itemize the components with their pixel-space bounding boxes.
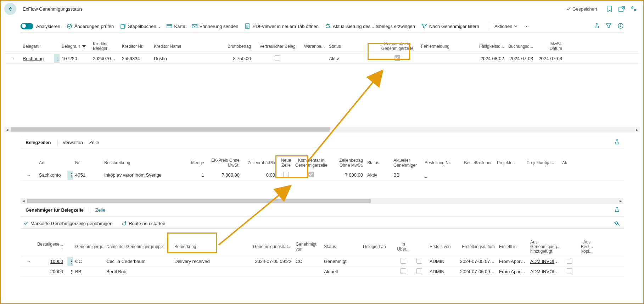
collapse-button[interactable]	[630, 5, 637, 12]
col-in-ueber[interactable]: In Über...	[396, 242, 411, 251]
col-menge[interactable]: Menge	[183, 161, 206, 165]
cell-kreditor-nr[interactable]: 2559334	[122, 56, 140, 61]
force-refresh-button[interactable]: Aktualisierung des ...fsbelegs erzwingen	[325, 23, 415, 29]
col-bestellung[interactable]: Bestellung Nr.	[422, 161, 458, 165]
col-belegart[interactable]: Belegart ↑	[21, 44, 52, 49]
row-actions-button[interactable]: ⋮	[67, 171, 73, 180]
cell-in-ueber-checkbox[interactable]	[401, 258, 406, 264]
cell-kommentar-checkbox[interactable]	[394, 55, 400, 61]
analyze-toggle[interactable]: Analysieren	[21, 23, 60, 29]
col-status[interactable]: Status	[327, 44, 376, 49]
restart-route-button[interactable]: Route neu starten	[122, 221, 165, 226]
send-reminder-button[interactable]: Erinnerung senden	[192, 23, 239, 29]
personalize-button[interactable]	[614, 221, 620, 228]
tab-zeile[interactable]: Zeile	[89, 140, 99, 145]
col-status[interactable]: Status	[365, 161, 391, 165]
grid-row[interactable]: → Sachkonto ⋮ 4051 Inköp av varor inom S…	[21, 170, 623, 180]
col-faellig[interactable]: Fälligkeitsd...	[478, 44, 506, 49]
cell-checkbox[interactable]	[567, 268, 572, 274]
col-aus-gen[interactable]: Aus Genehmigung... hinzugefügt	[528, 240, 564, 254]
grid-row[interactable]: 20000 ⋮ BB Bertil Boo Aktuell ADMIN 2024…	[21, 266, 623, 277]
col-bemerkung[interactable]: Bemerkung	[172, 245, 228, 249]
cell-nr[interactable]: 4051	[75, 172, 85, 178]
cell-gene[interactable]: 10000	[50, 259, 63, 264]
more-menu[interactable]: ⋯	[524, 24, 529, 29]
cell-checkbox[interactable]	[567, 258, 572, 264]
back-button[interactable]	[4, 3, 16, 15]
col-erstellt-in[interactable]: Erstellt in	[497, 245, 528, 249]
col-ek[interactable]: EK-Preis Ohne MwSt.	[206, 158, 242, 167]
col-belegnr[interactable]: Belegnr. ↑	[60, 44, 91, 49]
col-zeilenbetrag[interactable]: Zeilenbetrag Ohne MwSt.	[327, 158, 365, 167]
info-button[interactable]	[618, 23, 623, 29]
col-brutto[interactable]: Bruttobetrag	[218, 44, 253, 49]
col-erstellungsdat[interactable]: Erstellungsdatum	[458, 245, 497, 249]
lines-horizontal-scroll[interactable]: ◂ ▸	[21, 198, 623, 204]
row-actions-button[interactable]: ⋮	[54, 54, 60, 63]
col-gruppenname[interactable]: Name der Genehmigergruppe	[104, 245, 172, 249]
actions-menu[interactable]: Aktionen	[494, 24, 518, 29]
check-changes-button[interactable]: Änderungen prüfen	[67, 23, 114, 29]
col-gendat[interactable]: Genehmigungsdat...	[228, 245, 293, 249]
col-rabatt[interactable]: Zeilenrabatt %	[242, 161, 277, 165]
filter-pane-button[interactable]	[606, 23, 611, 29]
col-gruppe[interactable]: Genehmigergr...	[73, 245, 104, 249]
cell-belegart[interactable]: Rechnung	[23, 56, 44, 61]
col-art[interactable]: Art	[37, 161, 65, 165]
col-kreditor-belegnr[interactable]: Kreditor Belegnr.	[91, 42, 120, 51]
cell-gruppe[interactable]: CC	[75, 259, 82, 264]
col-status[interactable]: Status	[322, 245, 361, 249]
filter-approver-button[interactable]: Nach Genehmiger filtern	[421, 23, 479, 29]
share-page-button[interactable]	[594, 23, 600, 29]
bookmark-button[interactable]	[606, 5, 613, 12]
col-ak[interactable]: Ak	[560, 161, 574, 165]
row-actions-button[interactable]: ⋮	[67, 267, 73, 276]
tab-zeile[interactable]: Zeile	[95, 207, 105, 213]
col-neue-zeile[interactable]: Neue Zeile	[277, 158, 295, 167]
detach-button[interactable]	[618, 5, 625, 12]
section-share-button[interactable]	[614, 139, 620, 146]
main-horizontal-scroll[interactable]: ◂ ▸	[4, 127, 640, 132]
scroll-right-icon[interactable]: ▸	[634, 127, 640, 132]
col-warenbe[interactable]: Warenbe...	[302, 44, 327, 49]
col-delegiert[interactable]: Delegiert an	[361, 245, 396, 249]
col-aus-best[interactable]: Aus Best... kopi...	[576, 240, 598, 254]
cell-kommentar-checkbox[interactable]	[308, 172, 314, 177]
cell-checkbox[interactable]	[416, 268, 422, 274]
scroll-left-icon[interactable]: ◂	[21, 198, 26, 204]
row-actions-button[interactable]: ⋮	[67, 257, 73, 266]
col-genvon[interactable]: Genehmigt von	[293, 242, 322, 251]
cell-checkbox[interactable]	[416, 258, 422, 264]
cell-vertraulich-checkbox[interactable]	[275, 55, 280, 61]
scroll-right-icon[interactable]: ▸	[618, 198, 623, 204]
col-erstellt-von[interactable]: Erstellt von	[427, 245, 458, 249]
col-projekt[interactable]: Projektnr.	[495, 161, 525, 165]
col-buchung[interactable]: Buchungsd...	[506, 44, 535, 49]
col-gene[interactable]: Bestellgene... ↑	[37, 242, 65, 251]
cell-aus-gen[interactable]: ADM INVOICES	[530, 259, 564, 264]
col-kreditor-nr[interactable]: Kreditor Nr.	[120, 44, 152, 49]
col-projaufg[interactable]: Projektaufga...	[525, 161, 560, 165]
col-genehmiger[interactable]: Aktueller Genehmiger	[391, 158, 422, 167]
col-nr[interactable]: Nr.	[73, 161, 102, 165]
section-share-button[interactable]	[614, 207, 620, 213]
col-kommentar[interactable]: Kommentar in Genehmigerzeile	[295, 158, 327, 167]
col-fehler[interactable]: Fehlermeldung	[419, 44, 478, 49]
batch-post-button[interactable]: Stapelbuchen...	[120, 23, 160, 29]
approve-marked-button[interactable]: Markierte Genehmigerzeile genehmigen	[23, 221, 112, 226]
col-kommentar[interactable]: Kommentar in Genehmigerzeile	[376, 42, 419, 51]
pdf-viewer-button[interactable]: PDf-Viewer in neuem Tab öffnen	[245, 23, 319, 29]
cell-bestellung[interactable]: _	[422, 172, 458, 178]
grid-row[interactable]: → 10000 ⋮ CC Cecilia Cederbaum Delivery …	[21, 256, 623, 266]
col-kreditor-name[interactable]: Kreditor Name	[152, 44, 218, 49]
col-beschreibung[interactable]: Beschreibung	[102, 161, 183, 165]
cell-neue-checkbox[interactable]	[283, 172, 289, 177]
col-mwst[interactable]: MwSt. Datum	[535, 42, 564, 51]
scroll-left-icon[interactable]: ◂	[4, 127, 10, 132]
card-button[interactable]: Karte	[167, 23, 185, 29]
col-bestzeile[interactable]: Bestellzeilennr.	[458, 161, 495, 165]
grid-row[interactable]: → Rechnung ⋮ 107220 202407058... 2559334…	[4, 53, 640, 64]
cell-in-ueber-checkbox[interactable]	[401, 268, 406, 274]
tab-verwalten[interactable]: Verwalten	[63, 140, 83, 145]
col-vertraulich[interactable]: Vertraulicher Beleg	[253, 44, 302, 49]
